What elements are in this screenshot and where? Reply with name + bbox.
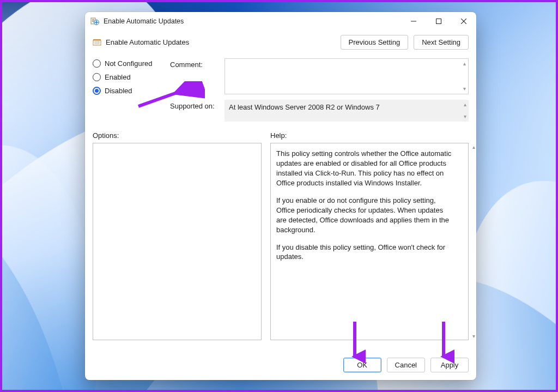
radio-not-configured[interactable]: Not Configured (93, 59, 163, 68)
svg-rect-16 (94, 44, 100, 44)
svg-rect-15 (94, 43, 100, 43)
radio-icon (93, 87, 101, 95)
policy-dialog-window: Enable Automatic Updates Enable Automati… (85, 12, 476, 380)
scroll-down-icon[interactable]: ▾ (463, 86, 466, 92)
scroll-up-icon[interactable]: ▴ (464, 102, 466, 107)
help-pane: This policy setting controls whether the… (270, 143, 469, 340)
help-label: Help: (270, 131, 469, 140)
policy-icon (93, 38, 101, 47)
cancel-button[interactable]: Cancel (387, 358, 425, 372)
radio-icon (93, 59, 101, 68)
help-paragraph: This policy setting controls whether the… (276, 149, 453, 188)
radio-label: Enabled (105, 73, 131, 81)
radio-icon (93, 73, 101, 81)
scroll-down-icon[interactable]: ▾ (464, 114, 466, 119)
minimize-button[interactable] (401, 13, 426, 30)
radio-enabled[interactable]: Enabled (93, 73, 163, 81)
scroll-up-icon[interactable]: ▴ (472, 144, 475, 150)
radio-label: Not Configured (105, 59, 152, 68)
titlebar[interactable]: Enable Automatic Updates (85, 12, 476, 31)
svg-rect-2 (92, 20, 94, 21)
scroll-down-icon[interactable]: ▾ (472, 333, 475, 339)
next-setting-button[interactable]: Next Setting (414, 35, 469, 50)
svg-rect-14 (94, 41, 100, 42)
svg-rect-9 (436, 19, 441, 24)
policy-icon (90, 17, 99, 26)
window-title: Enable Automatic Updates (104, 17, 184, 25)
help-paragraph: If you enable or do not configure this p… (276, 196, 453, 235)
comment-textarea[interactable]: ▴ ▾ (225, 58, 469, 94)
svg-rect-7 (96, 21, 96, 25)
apply-button[interactable]: Apply (430, 358, 469, 372)
toolbar-title: Enable Automatic Updates (106, 38, 189, 46)
toolbar: Enable Automatic Updates Previous Settin… (85, 31, 476, 53)
svg-rect-8 (411, 21, 416, 22)
previous-setting-button[interactable]: Previous Setting (341, 35, 409, 50)
scroll-up-icon[interactable]: ▴ (463, 61, 466, 67)
supported-on-text: At least Windows Server 2008 R2 or Windo… (225, 100, 469, 122)
supported-on-label: Supported on: (170, 100, 220, 110)
options-label: Options: (93, 131, 262, 140)
options-pane (93, 143, 262, 340)
help-paragraph: If you disable this policy setting, Offi… (276, 243, 453, 262)
close-button[interactable] (451, 13, 476, 30)
comment-label: Comment: (170, 58, 220, 69)
dialog-footer: OK Cancel Apply (85, 352, 476, 380)
state-radio-group: Not Configured Enabled Disabled (93, 58, 163, 122)
svg-rect-1 (92, 19, 94, 20)
radio-label: Disabled (105, 87, 132, 95)
supported-on-value: At least Windows Server 2008 R2 or Windo… (229, 103, 380, 111)
maximize-button[interactable] (426, 13, 451, 30)
radio-disabled[interactable]: Disabled (93, 87, 163, 95)
ok-button[interactable]: OK (343, 358, 381, 372)
